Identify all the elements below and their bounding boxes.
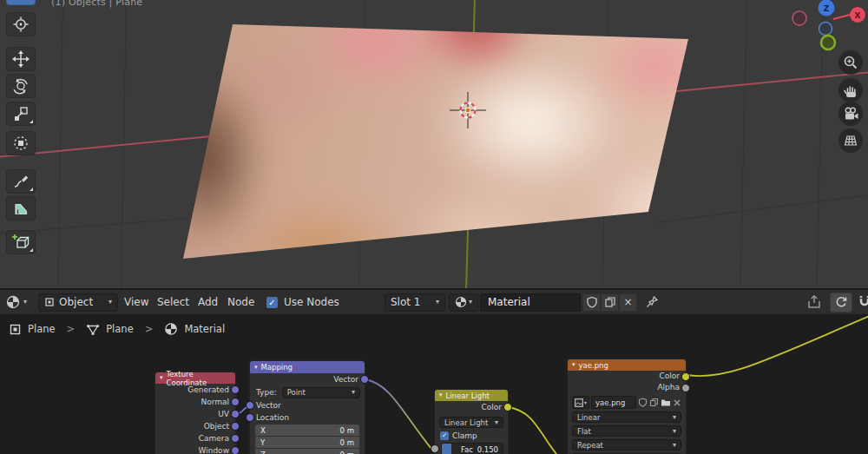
- menu-select[interactable]: Select: [152, 290, 194, 314]
- projection-dropdown[interactable]: Flat▾: [572, 425, 681, 437]
- menu-node[interactable]: Node: [222, 290, 260, 314]
- tool-add-cube[interactable]: [6, 230, 36, 254]
- checkbox-checked-icon[interactable]: ✓: [440, 431, 449, 440]
- collapse-icon[interactable]: ▾: [572, 362, 575, 368]
- location-x-field[interactable]: X0 m: [255, 424, 359, 436]
- checkbox-checked-icon[interactable]: ✓: [266, 297, 278, 308]
- editor-type-button[interactable]: ▾: [5, 290, 27, 314]
- node-header[interactable]: ▾ yae.png: [568, 359, 686, 371]
- node-header[interactable]: ▾ Mapping: [250, 361, 365, 373]
- socket-fac-in[interactable]: [431, 444, 439, 453]
- menu-add[interactable]: Add: [193, 290, 223, 314]
- slot-dropdown[interactable]: Slot 1 ▾: [385, 290, 445, 314]
- type-dropdown[interactable]: Point▾: [282, 387, 360, 398]
- output-generated: Generated: [155, 384, 235, 396]
- snapping-button[interactable]: [856, 290, 868, 314]
- tool-scale[interactable]: [6, 102, 36, 126]
- move-icon: [12, 50, 30, 68]
- socket-uv[interactable]: [231, 410, 240, 418]
- collapse-icon[interactable]: ▾: [439, 392, 443, 398]
- folder-open-icon[interactable]: [661, 398, 671, 407]
- arrow-up-box-icon: [806, 293, 823, 311]
- close-icon[interactable]: [673, 398, 681, 407]
- zoom-button[interactable]: [838, 50, 863, 75]
- node-image-texture[interactable]: ▾ yae.png Color Alpha ▾ yae.png Linear▾ …: [567, 359, 687, 454]
- location-y-field[interactable]: Y0 m: [255, 437, 359, 448]
- subtool-indicator: [30, 248, 33, 252]
- viewport-3d[interactable]: (1) Objects | Plane: [0, 0, 868, 288]
- grid-line: [57, 0, 63, 288]
- input-vector: Vector: [250, 399, 365, 411]
- menu-view[interactable]: View: [119, 290, 154, 314]
- tool-measure[interactable]: [6, 196, 36, 220]
- extension-dropdown[interactable]: Repeat▾: [572, 439, 681, 451]
- camera-icon: [842, 105, 859, 122]
- fac-slider[interactable]: Fac 0.150: [441, 443, 503, 454]
- shader-node-editor[interactable]: Plane > Plane > Material ▾ Texture C: [0, 314, 868, 454]
- image-name-field[interactable]: yae.png: [591, 396, 636, 409]
- interpolation-dropdown[interactable]: Linear▾: [572, 411, 681, 423]
- tool-rotate[interactable]: [6, 74, 36, 98]
- chevron-down-icon: ▾: [23, 299, 27, 306]
- socket-normal[interactable]: [231, 398, 240, 406]
- fake-user-shield-button[interactable]: [582, 293, 601, 312]
- gizmo-x-label: X: [855, 11, 861, 20]
- tool-select-box-active[interactable]: [6, 0, 36, 5]
- use-nodes-toggle[interactable]: ✓ Use Nodes: [266, 290, 339, 314]
- socket-object[interactable]: [231, 422, 240, 431]
- wire-mapping-out: [365, 379, 436, 454]
- blend-mode-dropdown[interactable]: Linear Light▾: [439, 417, 503, 428]
- socket-camera[interactable]: [231, 434, 240, 443]
- unlink-material-button[interactable]: ×: [619, 293, 637, 312]
- pan-button[interactable]: [838, 78, 863, 102]
- toggle-view-button[interactable]: [838, 128, 863, 153]
- fac-row: Fac 0.150: [435, 443, 508, 454]
- node-title: Linear Light: [446, 391, 490, 400]
- node-header[interactable]: ▾ Texture Coordinate: [155, 372, 235, 384]
- clamp-row[interactable]: ✓ Clamp: [435, 430, 508, 441]
- chevron-down-icon: ▾: [584, 400, 587, 405]
- socket-window[interactable]: [231, 446, 240, 454]
- fac-label: Fac: [461, 445, 473, 454]
- shader-editor-icon: [5, 294, 21, 310]
- collapse-icon[interactable]: ▾: [254, 365, 258, 371]
- duplicate-icon: [604, 296, 616, 308]
- pin-button[interactable]: [644, 290, 660, 314]
- material-browse-button[interactable]: ▾: [449, 290, 478, 314]
- tool-move[interactable]: [6, 47, 36, 71]
- material-name-field[interactable]: Material: [480, 290, 581, 314]
- plane-object[interactable]: [183, 24, 688, 259]
- collapse-icon[interactable]: ▾: [160, 375, 163, 381]
- shader-mode-dropdown[interactable]: Object ▾: [38, 290, 118, 314]
- socket-location-in[interactable]: [246, 413, 254, 422]
- socket-color-out[interactable]: [503, 403, 512, 411]
- socket-vector-out[interactable]: [360, 375, 369, 384]
- tool-transform[interactable]: [6, 131, 36, 155]
- shader-mode-value: Object: [59, 296, 93, 308]
- subtool-indicator: [30, 120, 33, 123]
- pan-hand-icon: [842, 82, 859, 99]
- tool-annotate[interactable]: [6, 169, 36, 194]
- parent-node-tree-button[interactable]: [806, 290, 823, 314]
- socket-vector-in[interactable]: [246, 401, 254, 410]
- socket-alpha-out[interactable]: [681, 384, 690, 392]
- location-z-field[interactable]: Z0 m: [255, 449, 359, 454]
- duplicate-icon[interactable]: [649, 398, 659, 407]
- snap-magnet-icon: [856, 293, 868, 311]
- grid-line: [740, 0, 747, 288]
- object-icon: [44, 297, 55, 307]
- socket-generated[interactable]: [231, 385, 240, 394]
- tool-cursor[interactable]: [6, 12, 36, 36]
- new-material-button[interactable]: [601, 293, 619, 312]
- shield-icon[interactable]: [638, 398, 648, 407]
- navigation-gizmo[interactable]: Z X: [781, 0, 868, 52]
- node-header[interactable]: ▾ Linear Light: [435, 390, 508, 401]
- fac-value: 0.150: [477, 445, 498, 454]
- node-mapping[interactable]: ▾ Mapping Vector Type: Point▾ Vector Loc…: [249, 360, 365, 454]
- node-linear-light[interactable]: ▾ Linear Light Color Linear Light▾ ✓ Cla…: [434, 389, 509, 454]
- image-browse-button[interactable]: ▾: [572, 396, 589, 409]
- node-texture-coordinate[interactable]: ▾ Texture Coordinate Generated Normal UV…: [155, 372, 236, 454]
- camera-view-button[interactable]: [838, 102, 863, 126]
- overlay-toggle-button[interactable]: [830, 290, 852, 314]
- socket-color-out[interactable]: [681, 372, 690, 381]
